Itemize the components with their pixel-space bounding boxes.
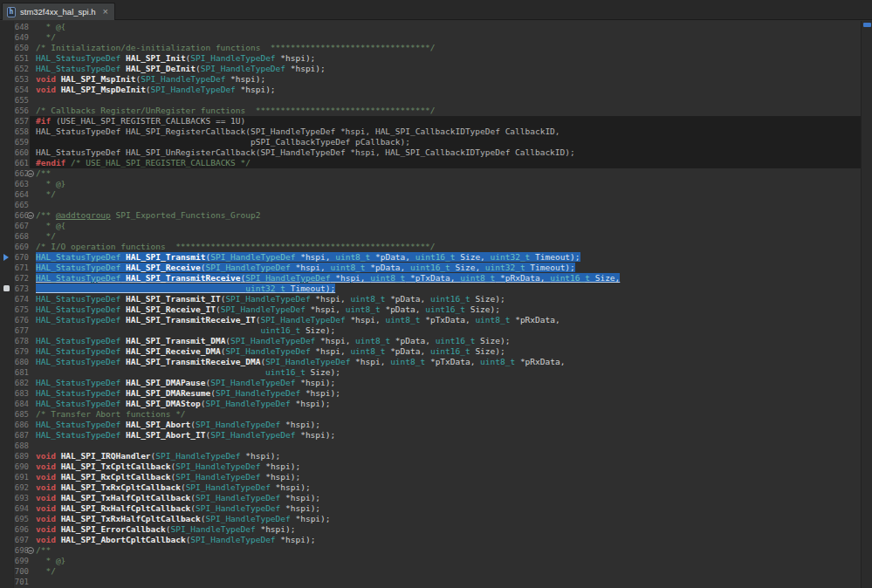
marker-bar[interactable]: [0, 21, 14, 588]
code-line-652[interactable]: 652HAL_StatusTypeDef HAL_SPI_DeInit(SPI_…: [0, 64, 861, 74]
line-number[interactable]: 681: [14, 367, 29, 378]
line-number[interactable]: 669: [14, 242, 29, 252]
line-number[interactable]: 700: [14, 566, 29, 577]
line-number[interactable]: 651: [14, 53, 29, 64]
code-line-676[interactable]: 676HAL_StatusTypeDef HAL_SPI_TransmitRec…: [0, 315, 861, 325]
line-number[interactable]: 697: [14, 535, 29, 545]
code-line-648[interactable]: 648 * @{: [0, 22, 861, 32]
line-number[interactable]: 687: [14, 430, 29, 441]
line-number[interactable]: 699: [14, 556, 29, 566]
code-editor[interactable]: 648 * @{649 */650/* Initialization/de-in…: [0, 21, 872, 588]
code-line-657[interactable]: 657#if (USE_HAL_SPI_REGISTER_CALLBACKS =…: [0, 116, 861, 126]
tab-close-icon[interactable]: ×: [103, 7, 108, 17]
line-number[interactable]: 655: [14, 95, 29, 106]
line-number[interactable]: 673: [14, 284, 29, 294]
line-number[interactable]: 692: [14, 482, 29, 493]
code-line-671[interactable]: 671HAL_StatusTypeDef HAL_SPI_Receive(SPI…: [0, 263, 861, 273]
line-number[interactable]: 667: [14, 221, 29, 231]
code-line-688[interactable]: 688: [0, 441, 861, 451]
code-line-656[interactable]: 656/* Callbacks Register/UnRegister func…: [0, 106, 861, 116]
overview-selection-mark[interactable]: [863, 23, 871, 27]
line-number[interactable]: 672: [14, 273, 29, 284]
line-number[interactable]: 689: [14, 451, 29, 462]
line-number[interactable]: 691: [14, 472, 29, 482]
line-number[interactable]: 668: [14, 231, 29, 242]
code-line-686[interactable]: 686HAL_StatusTypeDef HAL_SPI_Abort(SPI_H…: [0, 420, 861, 430]
line-number[interactable]: 679: [14, 346, 29, 357]
code-line-680[interactable]: 680HAL_StatusTypeDef HAL_SPI_TransmitRec…: [0, 357, 861, 367]
fold-collapse-icon[interactable]: [27, 547, 34, 554]
code-line-696[interactable]: 696void HAL_SPI_ErrorCallback(SPI_Handle…: [0, 524, 861, 535]
code-area[interactable]: 648 * @{649 */650/* Initialization/de-in…: [0, 22, 861, 587]
code-line-658[interactable]: 658HAL_StatusTypeDef HAL_SPI_RegisterCal…: [0, 126, 861, 137]
line-number[interactable]: 688: [14, 441, 29, 451]
code-line-665[interactable]: 665: [0, 200, 861, 210]
line-number[interactable]: 656: [14, 106, 29, 116]
line-number[interactable]: 694: [14, 503, 29, 514]
code-line-651[interactable]: 651HAL_StatusTypeDef HAL_SPI_Init(SPI_Ha…: [0, 53, 861, 64]
code-line-698[interactable]: 698/**: [0, 545, 861, 556]
line-number[interactable]: 660: [14, 147, 29, 158]
line-number[interactable]: 653: [14, 74, 29, 85]
fold-collapse-icon[interactable]: [27, 170, 34, 177]
selection-start-marker[interactable]: [3, 254, 9, 261]
line-number[interactable]: 648: [14, 22, 29, 32]
line-number[interactable]: 671: [14, 263, 29, 273]
code-line-661[interactable]: 661#endif /* USE_HAL_SPI_REGISTER_CALLBA…: [0, 158, 861, 168]
code-line-674[interactable]: 674HAL_StatusTypeDef HAL_SPI_Transmit_IT…: [0, 294, 861, 304]
line-number[interactable]: 654: [14, 85, 29, 95]
code-line-697[interactable]: 697void HAL_SPI_AbortCpltCallback(SPI_Ha…: [0, 535, 861, 545]
code-line-695[interactable]: 695void HAL_SPI_TxRxHalfCpltCallback(SPI…: [0, 514, 861, 524]
line-number[interactable]: 663: [14, 179, 29, 189]
code-line-669[interactable]: 669/* I/O operation functions **********…: [0, 242, 861, 252]
line-number[interactable]: 686: [14, 420, 29, 430]
line-number[interactable]: 684: [14, 399, 29, 409]
line-number[interactable]: 685: [14, 409, 29, 420]
line-number[interactable]: 690: [14, 462, 29, 472]
code-line-692[interactable]: 692void HAL_SPI_TxRxCpltCallback(SPI_Han…: [0, 482, 861, 493]
line-number[interactable]: 693: [14, 493, 29, 503]
code-line-693[interactable]: 693void HAL_SPI_TxHalfCpltCallback(SPI_H…: [0, 493, 861, 503]
code-line-649[interactable]: 649 */: [0, 32, 861, 43]
code-line-662[interactable]: 662/**: [0, 168, 861, 179]
overview-ruler[interactable]: [861, 21, 872, 588]
code-line-653[interactable]: 653void HAL_SPI_MspInit(SPI_HandleTypeDe…: [0, 74, 861, 85]
code-line-689[interactable]: 689void HAL_SPI_IRQHandler(SPI_HandleTyp…: [0, 451, 861, 462]
code-line-667[interactable]: 667 * @{: [0, 221, 861, 231]
line-number[interactable]: 652: [14, 64, 29, 74]
code-line-691[interactable]: 691void HAL_SPI_RxCpltCallback(SPI_Handl…: [0, 472, 861, 482]
line-number[interactable]: 676: [14, 315, 29, 325]
code-line-668[interactable]: 668 */: [0, 231, 861, 242]
code-line-679[interactable]: 679HAL_StatusTypeDef HAL_SPI_Receive_DMA…: [0, 346, 861, 357]
code-line-675[interactable]: 675HAL_StatusTypeDef HAL_SPI_Receive_IT(…: [0, 304, 861, 315]
code-line-684[interactable]: 684HAL_StatusTypeDef HAL_SPI_DMAStop(SPI…: [0, 399, 861, 409]
line-number[interactable]: 683: [14, 388, 29, 399]
code-line-694[interactable]: 694void HAL_SPI_RxHalfCpltCallback(SPI_H…: [0, 503, 861, 514]
line-number[interactable]: 701: [14, 577, 29, 587]
line-number[interactable]: 659: [14, 137, 29, 147]
line-number[interactable]: 658: [14, 126, 29, 137]
code-line-655[interactable]: 655: [0, 95, 861, 106]
line-number[interactable]: 680: [14, 357, 29, 367]
code-line-666[interactable]: 666/** @addtogroup SPI_Exported_Function…: [0, 210, 861, 221]
code-line-659[interactable]: 659 pSPI_CallbackTypeDef pCallback);: [0, 137, 861, 147]
line-number[interactable]: 664: [14, 189, 29, 200]
code-line-663[interactable]: 663 * @}: [0, 179, 861, 189]
fold-collapse-icon[interactable]: [27, 212, 34, 219]
line-number[interactable]: 696: [14, 524, 29, 535]
line-number[interactable]: 650: [14, 43, 29, 53]
line-number[interactable]: 661: [14, 158, 29, 168]
code-line-678[interactable]: 678HAL_StatusTypeDef HAL_SPI_Transmit_DM…: [0, 336, 861, 346]
code-line-690[interactable]: 690void HAL_SPI_TxCpltCallback(SPI_Handl…: [0, 462, 861, 472]
line-number[interactable]: 657: [14, 116, 29, 126]
code-line-670[interactable]: 670HAL_StatusTypeDef HAL_SPI_Transmit(SP…: [0, 252, 861, 263]
line-number[interactable]: 675: [14, 304, 29, 315]
caret-line-marker[interactable]: [3, 285, 10, 291]
code-line-681[interactable]: 681 uint16_t Size);: [0, 367, 861, 378]
code-line-664[interactable]: 664 */: [0, 189, 861, 200]
tab-stm32f4xx-hal-spi[interactable]: h stm32f4xx_hal_spi.h ×: [2, 3, 115, 20]
line-number[interactable]: 682: [14, 378, 29, 388]
line-number[interactable]: 695: [14, 514, 29, 524]
code-line-699[interactable]: 699 * @}: [0, 556, 861, 566]
line-number[interactable]: 670: [14, 252, 29, 263]
